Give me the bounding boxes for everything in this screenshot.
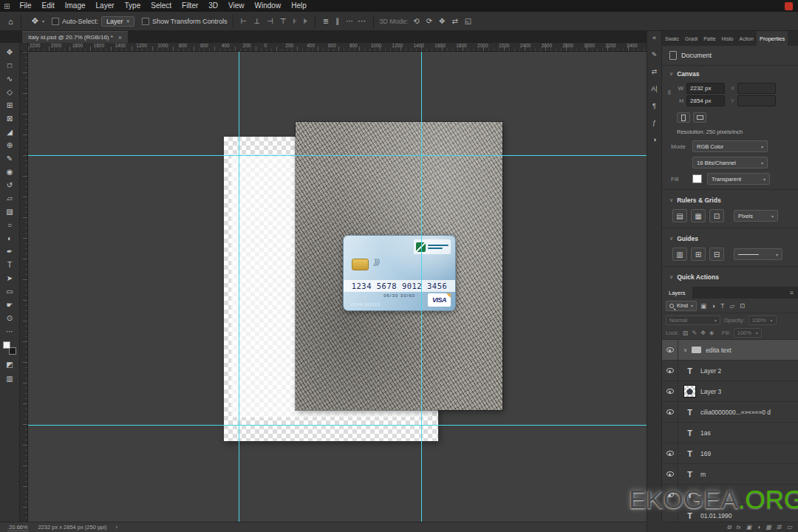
filter-shape-layers-icon[interactable]: ▱ (728, 302, 736, 310)
canvas-fill-dropdown[interactable]: Transparent ▾ (707, 173, 770, 185)
visibility-toggle[interactable] (662, 443, 678, 463)
color-swatches[interactable] (3, 341, 16, 355)
panel-menu-icon[interactable]: ≡ (785, 287, 798, 299)
visibility-toggle[interactable] (662, 381, 678, 401)
landscape-orientation-button[interactable] (693, 112, 706, 123)
blur-tool[interactable]: ○ (2, 219, 17, 231)
visibility-toggle[interactable] (662, 423, 678, 443)
height-input[interactable]: 2854 px (686, 95, 725, 106)
layer-row[interactable]: Layer 3 (662, 381, 798, 402)
menu-item-view[interactable]: View (223, 0, 250, 12)
hand-tool[interactable]: ☛ (2, 299, 17, 310)
panel-tab-action[interactable]: Action (737, 31, 757, 46)
slide-3d-icon[interactable]: ⇄ (449, 17, 460, 25)
status-chevron-icon[interactable]: › (115, 524, 117, 531)
blend-mode-dropdown[interactable]: Normal ▾ (666, 316, 720, 325)
chevron-down-icon[interactable]: ∨ (683, 347, 687, 353)
brush-tool[interactable]: ✎ (2, 153, 17, 164)
layer-row[interactable]: TLayer 2 (662, 361, 798, 381)
adjustment-layer-icon[interactable]: ◑ (757, 524, 760, 531)
horizontal-guide[interactable] (28, 155, 647, 156)
history-brush-tool[interactable]: ↺ (2, 180, 17, 191)
document-tab[interactable]: Italy id.psd @ 20.7% (RGB/16) * × (22, 31, 128, 43)
marquee-tool[interactable]: □ (2, 60, 17, 71)
panel-tab-gradi[interactable]: Gradi (682, 31, 700, 46)
shape-tool[interactable]: ▭ (2, 286, 17, 297)
layer-row[interactable]: T1as (662, 423, 798, 443)
menu-item-window[interactable]: Window (250, 0, 287, 12)
edit-toolbar-icon[interactable]: ⋯ (2, 326, 17, 337)
guide-style-dropdown[interactable]: ▾ (734, 248, 782, 260)
eyedropper-tool[interactable]: ◢ (2, 126, 17, 137)
type-tool[interactable]: T (2, 259, 17, 270)
layer-row[interactable]: T (662, 485, 798, 505)
panel-tab-properties[interactable]: Properties (757, 31, 788, 46)
vertical-guide[interactable] (421, 52, 422, 522)
align-middle-icon[interactable]: ⊦ (290, 17, 299, 25)
x-input[interactable] (737, 83, 776, 94)
bit-depth-dropdown[interactable]: 16 Bits/Channel ▾ (692, 157, 768, 168)
visibility-toggle[interactable] (662, 361, 678, 381)
link-dimensions-icon[interactable]: ∞ (666, 90, 673, 95)
lock-guides-icon[interactable]: ⊟ (709, 248, 724, 261)
units-dropdown[interactable]: Pixels ▾ (734, 210, 778, 222)
layer-row[interactable]: ∨edita text (662, 340, 798, 361)
menu-item-file[interactable]: File (14, 0, 36, 12)
canvas-area[interactable]: ))) 1234 5678 9012 3456 06/30 30/60 JOHN… (28, 52, 647, 522)
layer-mask-icon[interactable]: ▣ (746, 524, 752, 531)
panel-tab-swatc[interactable]: Swatc (662, 31, 682, 46)
color-mode-dropdown[interactable]: RGB Color ▾ (692, 140, 768, 152)
filter-smart-objects-icon[interactable]: ⊡ (738, 302, 746, 310)
menu-item-type[interactable]: Type (120, 0, 146, 12)
new-group-icon[interactable]: ▦ (765, 524, 771, 531)
lock-pixels-icon[interactable]: ✎ (692, 330, 698, 336)
filter-kind-dropdown[interactable]: Kind ▾ (666, 301, 697, 311)
menu-item-select[interactable]: Select (146, 0, 177, 12)
paragraph-panel-icon[interactable]: ¶ (652, 102, 656, 109)
panel-tab-histo[interactable]: Histo (719, 31, 737, 46)
auto-select-checkbox[interactable] (52, 18, 59, 25)
rulers-grids-section-header[interactable]: ∨ Rulers & Grids (662, 192, 798, 206)
more-options-icon[interactable]: ⋯ (355, 16, 368, 26)
show-transform-checkbox[interactable] (142, 18, 149, 25)
auto-select-target-dropdown[interactable]: Layer ▾ (101, 16, 134, 27)
filter-pixel-layers-icon[interactable]: ▣ (699, 302, 708, 310)
visibility-toggle[interactable] (662, 402, 678, 422)
y-input[interactable] (737, 95, 776, 106)
credit-card-image[interactable]: ))) 1234 5678 9012 3456 06/30 30/60 JOHN… (343, 235, 456, 311)
toggle-grid-icon[interactable]: ▦ (691, 209, 706, 222)
gradient-tool[interactable]: ▨ (2, 206, 17, 217)
collapse-panels-icon[interactable]: « (652, 34, 656, 41)
layer-effects-icon[interactable]: fx (737, 524, 741, 531)
object-selection-tool[interactable]: ◇ (2, 86, 17, 98)
scale-3d-icon[interactable]: ◱ (463, 17, 474, 25)
filter-type-layers-icon[interactable]: T (719, 302, 726, 310)
align-bottom-icon[interactable]: ⊧ (301, 17, 310, 25)
width-input[interactable]: 2232 px (686, 83, 725, 94)
menu-item-image[interactable]: Image (60, 0, 91, 12)
pen-tool[interactable]: ✒ (2, 246, 17, 257)
distribute-vertical-icon[interactable]: ∥ (333, 17, 341, 25)
delete-layer-icon[interactable]: ▭ (786, 524, 792, 531)
frame-tool[interactable]: ⊠ (2, 113, 17, 124)
new-layer-icon[interactable]: ⊞ (777, 524, 782, 531)
adjustments-panel-icon[interactable]: ◑ (652, 136, 656, 143)
dodge-tool[interactable]: ◐ (2, 233, 17, 244)
current-tool-button[interactable]: ✥ ▾ (27, 16, 47, 26)
path-selection-tool[interactable]: ➤ (2, 273, 17, 284)
zoom-tool[interactable]: ⊙ (2, 313, 17, 324)
quick-actions-section-header[interactable]: ∨ Quick Actions (662, 269, 798, 283)
clone-stamp-tool[interactable]: ◉ (2, 166, 17, 177)
lock-all-icon[interactable]: ◈ (709, 330, 715, 336)
guides-section-header[interactable]: ∨ Guides (662, 231, 798, 245)
toggle-rulers-icon[interactable]: ▤ (672, 209, 687, 222)
distribute-spacing-icon[interactable]: ⋯ (344, 17, 355, 25)
crop-tool[interactable]: ⊞ (2, 100, 17, 111)
horizontal-guide[interactable] (28, 425, 647, 426)
swap-panel-icon[interactable]: ⇄ (652, 68, 658, 75)
lasso-tool[interactable]: ∿ (2, 73, 17, 84)
fill-swatch[interactable] (692, 174, 702, 183)
panel-tab-patte[interactable]: Patte (700, 31, 718, 46)
visibility-toggle[interactable] (662, 340, 678, 360)
lock-transparency-icon[interactable]: ▨ (682, 330, 689, 336)
